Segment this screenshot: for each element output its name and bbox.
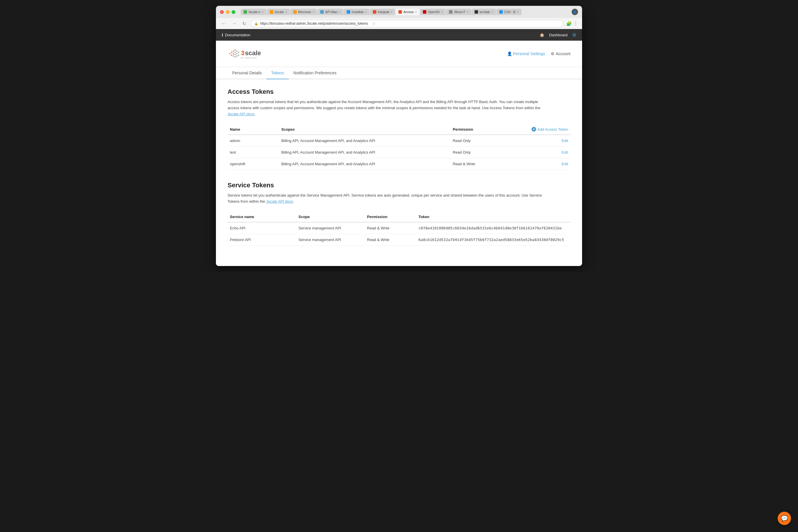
browser-tab[interactable]: CSS · B× <box>496 9 522 15</box>
browser-tab[interactable]: JBoss F× <box>446 9 472 15</box>
documentation-link[interactable]: Documentation <box>225 33 250 37</box>
service-permission: Read & Write <box>365 234 416 245</box>
tab-favicon <box>398 10 402 14</box>
edit-token-link[interactable]: Edit <box>562 138 568 143</box>
table-row: test Billing API, Account Management API… <box>227 147 571 158</box>
bookmark-button[interactable]: ☆ <box>372 21 376 26</box>
subnav-personal-details[interactable]: Personal Details <box>227 67 266 79</box>
personal-settings-link[interactable]: 👤 Personal Settings <box>507 51 545 56</box>
svg-point-10 <box>236 51 237 52</box>
dashboard-link[interactable]: Dashboard <box>549 33 568 37</box>
home-icon: 🏠 <box>540 33 544 37</box>
forward-button[interactable]: → <box>230 20 238 27</box>
svg-point-13 <box>238 52 239 53</box>
token-permission: Read Only <box>450 147 519 158</box>
browser-tab[interactable]: API Man× <box>317 9 344 15</box>
svg-point-4 <box>233 53 234 54</box>
extensions-button[interactable]: 🧩 <box>566 21 572 26</box>
tab-favicon <box>347 10 350 14</box>
plus-circle-icon: + <box>532 127 536 132</box>
header-navigation: 👤 Personal Settings ⚙ Account <box>507 51 571 56</box>
tab-close-button[interactable]: × <box>312 11 314 14</box>
edit-token-link[interactable]: Edit <box>562 150 568 154</box>
browser-tab[interactable]: 3scale n× <box>241 9 266 15</box>
tab-close-button[interactable]: × <box>467 11 468 14</box>
svg-text:BY RED HAT: BY RED HAT <box>241 57 257 59</box>
minimize-button[interactable] <box>226 10 229 14</box>
token-actions: Edit <box>519 135 571 147</box>
tab-close-button[interactable]: × <box>391 11 392 14</box>
tab-favicon <box>270 10 273 14</box>
tab-favicon <box>320 10 324 14</box>
back-button[interactable]: ← <box>220 20 227 27</box>
svg-point-7 <box>235 52 236 53</box>
tab-favicon <box>499 10 503 14</box>
svg-point-0 <box>229 53 230 54</box>
service-permission: Read & Write <box>365 222 416 234</box>
svg-point-8 <box>235 54 236 55</box>
browser-tabs: 3scale n×3scale×Microsoe×API Man×Install… <box>241 9 569 15</box>
browser-tab[interactable]: Access× <box>395 9 420 15</box>
close-button[interactable] <box>220 10 224 14</box>
svg-point-2 <box>231 55 232 56</box>
edit-token-link[interactable]: Edit <box>562 162 568 166</box>
svg-point-11 <box>236 53 237 54</box>
tab-favicon <box>293 10 297 14</box>
tab-close-button[interactable]: × <box>415 11 417 14</box>
browser-tab[interactable]: OpenSh× <box>420 9 445 15</box>
service-tokens-title: Service Tokens <box>227 182 571 189</box>
tab-label: 3scale <box>275 10 284 14</box>
maximize-button[interactable] <box>231 10 235 14</box>
token-scopes: Billing API, Account Management API, and… <box>279 147 450 158</box>
service-tokens-description: Service tokens let you authenticate agai… <box>227 192 547 205</box>
service-scope: Service management API <box>296 222 365 234</box>
tab-close-button[interactable]: × <box>491 11 493 14</box>
top-navigation: ℹ Documentation 🏠 Dashboard ⚙ <box>216 29 582 41</box>
browser-tab[interactable]: 3scale× <box>267 9 290 15</box>
col-actions: + Add Access Token <box>519 124 571 135</box>
col-scope: Scope <box>296 212 365 222</box>
browser-profile[interactable]: 👤 <box>572 9 578 15</box>
browser-tab[interactable]: Installati× <box>344 9 369 15</box>
api-docs-link-1[interactable]: 3scale API docs <box>227 112 255 116</box>
table-row: Petstore API Service management API Read… <box>227 234 571 245</box>
tab-close-button[interactable]: × <box>262 11 264 14</box>
svg-point-3 <box>233 51 234 52</box>
access-tokens-description: Access tokens are personal tokens that l… <box>227 99 547 117</box>
service-token-value: c078e410109b985c6654e16dad6531e6c4b641d0… <box>416 222 571 234</box>
address-bar[interactable]: 🔒 https://lbroudou-redhat-admin.3scale.n… <box>250 20 563 27</box>
tab-label: 3scale n <box>248 10 260 14</box>
tab-label: Installati <box>352 10 363 14</box>
logo-area: 3 scale BY RED HAT <box>227 46 271 61</box>
tab-close-button[interactable]: × <box>441 11 443 14</box>
account-link[interactable]: ⚙ Account <box>551 51 571 56</box>
page-header: 3 scale BY RED HAT 👤 Personal Settings ⚙… <box>216 41 582 67</box>
main-content: Access Tokens Access tokens are personal… <box>216 79 582 266</box>
tab-close-button[interactable]: × <box>285 11 287 14</box>
service-tokens-section: Service Tokens Service tokens let you au… <box>227 182 571 246</box>
col-scopes: Scopes <box>279 124 450 135</box>
tab-label: techlab <box>480 10 490 14</box>
table-row: Echo API Service management API Read & W… <box>227 222 571 234</box>
token-permission: Read & Write <box>450 158 519 170</box>
svg-text:scale: scale <box>245 50 261 57</box>
browser-tab[interactable]: Integrati× <box>370 9 395 15</box>
tab-label: Microsoe <box>298 10 311 14</box>
api-docs-link-2[interactable]: 3scale API docs <box>266 199 293 204</box>
subnav-notification-prefs[interactable]: Notification Preferences <box>289 67 341 79</box>
add-access-token-button[interactable]: + Add Access Token <box>532 127 568 132</box>
tab-close-button[interactable]: × <box>365 11 367 14</box>
menu-button[interactable]: ⋮ <box>573 21 578 26</box>
subnav-tokens[interactable]: Tokens <box>266 67 289 79</box>
token-actions: Edit <box>519 147 571 158</box>
tab-favicon <box>449 10 452 14</box>
col-service-permission: Permission <box>365 212 416 222</box>
reload-button[interactable]: ↻ <box>241 20 247 27</box>
table-row: admin Billing API, Account Management AP… <box>227 135 571 147</box>
browser-tab[interactable]: techlab× <box>472 9 496 15</box>
tab-label: API Man <box>325 10 337 14</box>
tab-close-button[interactable]: × <box>517 11 519 14</box>
browser-tab[interactable]: Microsoe× <box>290 9 317 15</box>
tab-close-button[interactable]: × <box>339 11 340 14</box>
settings-gear-icon[interactable]: ⚙ <box>572 32 576 38</box>
